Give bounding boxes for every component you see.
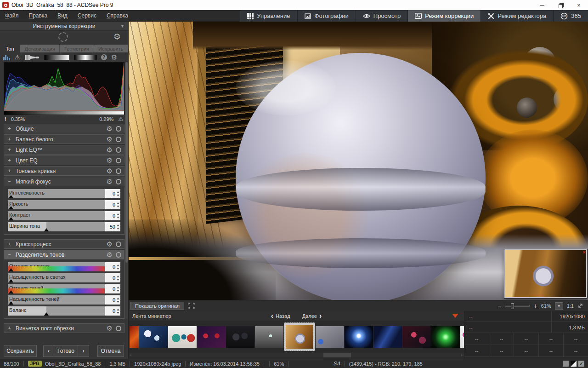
filmstrip-thumbnail[interactable] xyxy=(316,326,344,348)
contrast-preview-icon[interactable] xyxy=(571,361,577,367)
slider-handle[interactable] xyxy=(9,290,13,293)
slider-handle[interactable] xyxy=(44,228,49,231)
spinner-arrows-icon[interactable] xyxy=(117,309,119,314)
slider-value[interactable]: 0 xyxy=(105,284,120,293)
filmstrip-thumbnail[interactable] xyxy=(255,326,283,348)
slider-shadow-saturation[interactable]: Насыщенность теней 0 xyxy=(8,295,120,305)
expand-icon[interactable]: + xyxy=(7,137,12,142)
slider-tone-width[interactable]: Ширина тона 50 xyxy=(8,222,120,231)
tab-geometry[interactable]: Геометрия xyxy=(60,45,94,52)
filmstrip-thumbnail[interactable] xyxy=(197,326,226,348)
restore-button[interactable] xyxy=(551,0,570,10)
reset-circle-icon[interactable] xyxy=(116,252,121,258)
spinner-arrows-icon[interactable] xyxy=(117,287,119,292)
tab-view[interactable]: Просмотр xyxy=(356,10,407,22)
tab-manage[interactable]: Управление xyxy=(240,10,297,22)
expand-icon[interactable]: + xyxy=(7,168,12,173)
exposure-warning-icon[interactable]: ⚠ xyxy=(15,54,20,60)
expand-icon[interactable]: + xyxy=(7,242,12,247)
spinner-arrows-icon[interactable] xyxy=(117,298,119,303)
gradient-tool-icon[interactable] xyxy=(44,55,70,60)
thumbnail-image[interactable] xyxy=(345,326,373,348)
slider-value[interactable]: 0 xyxy=(105,306,120,316)
slider-highlight-hue[interactable]: Оттенок в цветах 0 xyxy=(8,262,120,271)
collapse-icon[interactable]: − xyxy=(7,252,12,257)
thumbnail-image[interactable] xyxy=(402,326,431,348)
filmstrip-thumbnail[interactable] xyxy=(139,326,168,348)
thumbnail-image[interactable] xyxy=(197,326,226,348)
slider-handle[interactable] xyxy=(9,279,13,282)
filmstrip-thumbnail[interactable] xyxy=(345,326,373,348)
collapse-icon[interactable]: − xyxy=(7,179,12,184)
menu-help[interactable]: Справка xyxy=(102,12,133,19)
reset-circle-icon[interactable] xyxy=(116,326,121,331)
spinner-arrows-icon[interactable] xyxy=(117,276,119,281)
gear-icon[interactable]: ⚙ xyxy=(111,54,117,61)
tab-tone[interactable]: Тон xyxy=(0,45,20,52)
filmstrip-forward-button[interactable]: Далее› xyxy=(302,312,322,320)
navigator-preview[interactable] xyxy=(505,250,586,297)
slider-highlight-saturation[interactable]: Насыщенность в светах 0 xyxy=(8,273,120,282)
spinner-arrows-icon[interactable] xyxy=(117,191,119,196)
expand-icon[interactable]: + xyxy=(7,126,12,131)
menu-tools[interactable]: Сервис xyxy=(73,12,102,19)
slider-value[interactable]: 0 xyxy=(105,273,120,282)
panel-header[interactable]: Инструменты коррекции ▾ xyxy=(0,22,128,31)
tab-develop-mode[interactable]: Режим коррекции xyxy=(407,10,481,22)
next-image-button[interactable]: › xyxy=(78,345,89,357)
scroll-right-icon[interactable]: › xyxy=(459,353,464,357)
thumbnail-image[interactable] xyxy=(255,326,283,348)
gear-icon[interactable]: ⚙ xyxy=(107,178,113,185)
menu-file[interactable]: Файл xyxy=(0,12,24,19)
menu-edit[interactable]: Правка xyxy=(24,12,53,19)
gear-icon[interactable]: ⚙ xyxy=(107,125,113,132)
slider-handle[interactable] xyxy=(9,206,13,209)
filmstrip-thumbnail[interactable] xyxy=(431,326,460,348)
slider-shadow-hue[interactable]: Оттенок теней 0 xyxy=(8,284,120,293)
slider-handle[interactable] xyxy=(9,301,13,305)
scrollbar-thumb[interactable] xyxy=(323,353,351,357)
menu-view[interactable]: Вид xyxy=(52,12,73,19)
reset-circle-icon[interactable] xyxy=(116,168,121,174)
filmstrip-dropdown-icon[interactable] xyxy=(452,314,458,318)
section-cross-process[interactable]: + Кросспроцесс ⚙ xyxy=(4,239,124,249)
filmstrip-thumbnail[interactable] xyxy=(402,326,431,348)
previous-image-button[interactable]: ‹ xyxy=(43,345,54,357)
reset-circle-icon[interactable] xyxy=(116,126,121,132)
filmstrip-thumbnail-selected[interactable] xyxy=(284,322,315,351)
underexposure-icon[interactable]: ! xyxy=(5,116,6,122)
gear-icon[interactable]: ⚙ xyxy=(107,251,113,258)
radial-gradient-tool-icon[interactable] xyxy=(74,55,97,60)
overexposure-icon[interactable]: ⚠ xyxy=(118,116,124,122)
navigator-thumbnail[interactable]: × xyxy=(504,249,587,298)
help-icon[interactable]: ? xyxy=(101,54,107,60)
save-button[interactable]: Сохранить xyxy=(4,345,37,357)
expand-icon[interactable]: + xyxy=(7,147,12,152)
section-general[interactable]: + Общие ⚙ xyxy=(4,124,124,133)
panel-scrollbar[interactable] xyxy=(125,62,128,319)
zoom-in-button[interactable]: + xyxy=(533,303,537,309)
zoom-slider[interactable] xyxy=(505,305,530,307)
reset-circle-icon[interactable] xyxy=(116,242,121,247)
thumbnail-image[interactable] xyxy=(286,325,313,349)
show-original-button[interactable]: Показать оригинал xyxy=(130,302,184,310)
slider-intensity[interactable]: Интенсивность 0 xyxy=(8,189,120,198)
navigator-close-icon[interactable]: × xyxy=(583,250,586,255)
slider-value[interactable]: 0 xyxy=(105,295,120,305)
actual-size-button[interactable]: 1:1 xyxy=(567,303,574,309)
expand-icon[interactable]: + xyxy=(7,158,12,163)
spinner-arrows-icon[interactable] xyxy=(117,202,119,207)
gear-icon[interactable]: ⚙ xyxy=(107,157,113,164)
filmstrip-thumbnail[interactable] xyxy=(130,326,139,348)
slider-brightness[interactable]: Яркость 0 xyxy=(8,200,120,209)
filmstrip-thumbnail[interactable] xyxy=(168,326,197,348)
tab-repair[interactable]: Исправить xyxy=(94,45,128,52)
thumbnail-image[interactable] xyxy=(139,326,168,348)
section-color-eq[interactable]: + Цвет EQ ⚙ xyxy=(4,155,124,165)
slider-contrast[interactable]: Контраст 0 xyxy=(8,211,120,220)
fullscreen-icon[interactable] xyxy=(188,303,195,309)
thumbnail-image[interactable] xyxy=(168,326,197,348)
reset-circle-icon[interactable] xyxy=(116,158,121,163)
section-post-crop-vignette[interactable]: + Виньетка пост обрезки ⚙ xyxy=(4,323,124,333)
section-tone-curve[interactable]: + Тоновая кривая ⚙ xyxy=(4,166,124,176)
